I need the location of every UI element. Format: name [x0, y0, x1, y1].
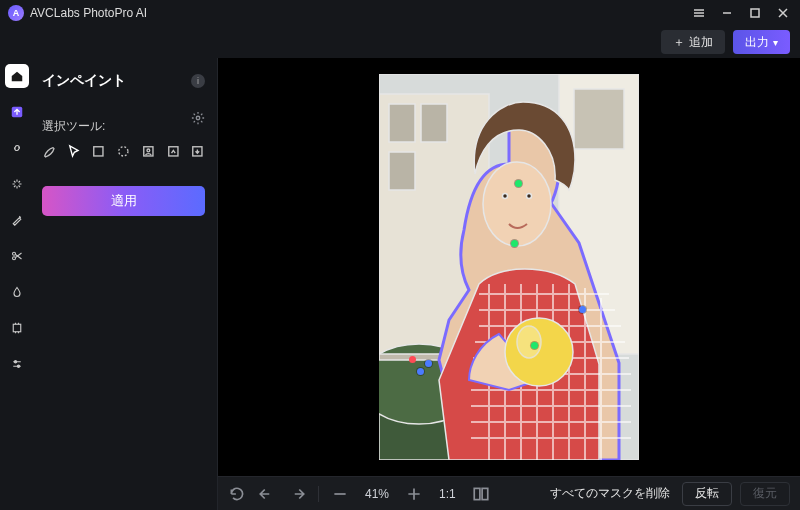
svg-point-26: [527, 194, 532, 199]
restore-button-label: 復元: [753, 485, 777, 502]
header-toolbar: ＋ 追加 出力 ▾: [0, 26, 800, 58]
minimize-icon[interactable]: [718, 4, 736, 22]
selection-point[interactable]: [425, 360, 432, 367]
svg-rect-8: [94, 146, 103, 155]
link-tool[interactable]: [5, 136, 29, 160]
svg-point-9: [119, 146, 128, 155]
zoom-fit-button[interactable]: 1:1: [435, 487, 460, 501]
zoom-value: 41%: [361, 487, 393, 501]
redo-icon[interactable]: [288, 485, 306, 503]
bottom-toolbar: 41% 1:1 すべてのマスクを削除 反転 復元: [218, 476, 800, 510]
selection-tools-label: 選択ツール:: [42, 118, 105, 135]
plus-icon: ＋: [673, 34, 685, 51]
export-button[interactable]: 出力 ▾: [733, 30, 790, 54]
refresh-icon[interactable]: [228, 485, 246, 503]
expand-tool[interactable]: [5, 316, 29, 340]
svg-rect-4: [13, 324, 21, 332]
clear-masks-button[interactable]: すべてのマスクを削除: [546, 485, 674, 502]
svg-rect-16: [389, 104, 415, 142]
invert-button-label: 反転: [695, 485, 719, 502]
svg-rect-18: [389, 152, 415, 190]
svg-point-3: [13, 257, 16, 260]
svg-point-11: [147, 149, 150, 152]
settings-sliders-tool[interactable]: [5, 352, 29, 376]
zoom-in-icon[interactable]: [405, 485, 423, 503]
sparkle-tool[interactable]: [5, 172, 29, 196]
selection-point[interactable]: [579, 306, 586, 313]
apply-button-label: 適用: [111, 192, 137, 210]
svg-point-24: [483, 162, 551, 246]
selection-tools-row: [42, 142, 205, 160]
selection-point[interactable]: [417, 368, 424, 375]
svg-point-7: [196, 116, 200, 120]
add-button[interactable]: ＋ 追加: [661, 30, 725, 54]
object-select-icon[interactable]: [166, 142, 181, 160]
left-icon-rail: [0, 58, 34, 510]
svg-point-5: [14, 361, 16, 363]
bottom-toolbar-right: すべてのマスクを削除 反転 復元: [546, 482, 790, 506]
canvas-area: 41% 1:1 すべてのマスクを削除 反転 復元: [218, 58, 800, 510]
hamburger-menu-icon[interactable]: [690, 4, 708, 22]
close-icon[interactable]: [774, 4, 792, 22]
canvas-stage[interactable]: [218, 58, 800, 476]
apply-button[interactable]: 適用: [42, 186, 205, 216]
undo-icon[interactable]: [258, 485, 276, 503]
person-select-icon[interactable]: [141, 142, 156, 160]
gear-icon[interactable]: [191, 111, 205, 128]
preview-image[interactable]: [379, 74, 639, 460]
drop-tool[interactable]: [5, 280, 29, 304]
svg-point-2: [13, 252, 16, 255]
chevron-down-icon: ▾: [773, 37, 778, 48]
svg-rect-20: [574, 89, 624, 149]
svg-point-6: [17, 365, 19, 367]
export-button-label: 出力: [745, 34, 769, 51]
svg-rect-17: [421, 104, 447, 142]
selection-point[interactable]: [515, 180, 522, 187]
app-title: AVCLabs PhotoPro AI: [30, 6, 147, 20]
svg-point-25: [503, 194, 508, 199]
zoom-out-icon[interactable]: [331, 485, 349, 503]
add-button-label: 追加: [689, 34, 713, 51]
app-logo-icon: A: [8, 5, 24, 21]
panel-title: インペイント: [42, 72, 126, 90]
magic-tool[interactable]: [5, 208, 29, 232]
svg-rect-0: [751, 9, 759, 17]
maximize-icon[interactable]: [746, 4, 764, 22]
pointer-select-icon[interactable]: [67, 142, 82, 160]
home-tool[interactable]: [5, 64, 29, 88]
selection-point[interactable]: [409, 356, 416, 363]
side-panel: インペイント i 選択ツール: 適用: [34, 58, 218, 510]
info-icon[interactable]: i: [191, 74, 205, 88]
titlebar-left: A AVCLabs PhotoPro AI: [8, 5, 147, 21]
ellipse-select-icon[interactable]: [116, 142, 131, 160]
bottom-toolbar-left: 41% 1:1: [228, 485, 490, 503]
invert-button[interactable]: 反転: [682, 482, 732, 506]
window-controls: [690, 4, 792, 22]
titlebar: A AVCLabs PhotoPro AI: [0, 0, 800, 26]
svg-point-28: [517, 326, 541, 358]
selection-point[interactable]: [531, 342, 538, 349]
rect-select-icon[interactable]: [91, 142, 106, 160]
svg-rect-29: [474, 488, 480, 499]
selection-point[interactable]: [511, 240, 518, 247]
svg-rect-30: [482, 488, 488, 499]
import-select-icon[interactable]: [190, 142, 205, 160]
restore-button[interactable]: 復元: [740, 482, 790, 506]
separator: [318, 486, 319, 502]
scissors-tool[interactable]: [5, 244, 29, 268]
compare-icon[interactable]: [472, 485, 490, 503]
upload-tool[interactable]: [5, 100, 29, 124]
brush-select-icon[interactable]: [42, 142, 57, 160]
